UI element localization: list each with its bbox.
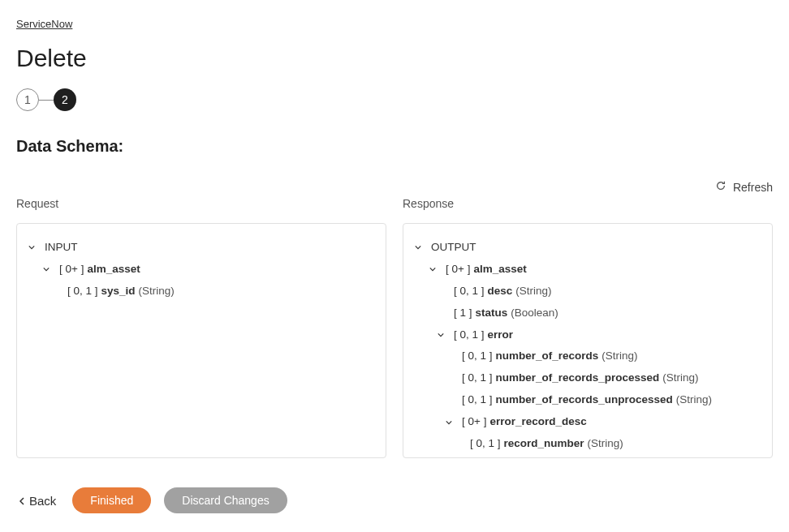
refresh-label: Refresh: [733, 181, 773, 194]
chevron-down-icon[interactable]: [446, 419, 457, 426]
request-label: Request: [16, 197, 386, 210]
step-1[interactable]: 1: [16, 88, 39, 111]
tree-field-name: number_of_records_unprocessed: [496, 393, 673, 408]
stepper: 1 2: [16, 88, 773, 111]
tree-cardinality: [ 0+ ]: [446, 262, 470, 277]
tree-field-type: (String): [515, 284, 551, 299]
finished-button[interactable]: Finished: [72, 487, 151, 513]
chevron-down-icon[interactable]: [43, 266, 54, 272]
response-panel: OUTPUT [ 0+ ] alm_asset [ 0, 1 ] desc (S…: [403, 223, 773, 458]
tree-field-type: (String): [676, 393, 712, 408]
tree-field-name: error_record_desc: [489, 414, 586, 430]
tree-row-desc[interactable]: [ 0, 1 ] desc (String): [415, 281, 761, 302]
tree-field-name: record_number: [504, 436, 584, 452]
section-heading: Data Schema:: [16, 137, 773, 156]
tree-cardinality: [ 0, 1 ]: [462, 371, 493, 386]
tree-field-type: (String): [601, 349, 637, 364]
tree-field-name: number_of_records_processed: [496, 371, 660, 386]
tree-field-name: alm_asset: [87, 262, 140, 277]
discard-changes-button[interactable]: Discard Changes: [164, 487, 287, 513]
chevron-left-icon: [19, 494, 24, 508]
request-panel: INPUT [ 0+ ] alm_asset [ 0, 1 ] sys_id (…: [16, 223, 386, 458]
tree-cardinality: [ 0, 1 ]: [454, 328, 485, 343]
tree-row-error-record-desc[interactable]: [ 0+ ] error_record_desc: [415, 411, 761, 433]
tree-field-type: (String): [662, 371, 698, 386]
tree-row-input[interactable]: INPUT: [28, 237, 374, 259]
tree-cardinality: [ 1 ]: [454, 306, 472, 321]
tree-row-alm-asset[interactable]: [ 0+ ] alm_asset: [28, 259, 374, 281]
breadcrumb[interactable]: ServiceNow: [16, 18, 72, 30]
chevron-down-icon[interactable]: [28, 244, 40, 251]
refresh-button[interactable]: Refresh: [715, 180, 773, 194]
refresh-icon: [715, 180, 726, 194]
footer: Back Finished Discard Changes: [16, 487, 773, 513]
tree-node-label: INPUT: [45, 240, 78, 255]
tree-row-error-record[interactable]: [ 0, 1 ] error_record (String): [415, 455, 761, 458]
tree-field-type: (Boolean): [511, 306, 558, 321]
tree-row-alm-asset[interactable]: [ 0+ ] alm_asset: [415, 259, 761, 281]
tree-cardinality: [ 0, 1 ]: [462, 393, 493, 408]
page-title: Delete: [16, 45, 773, 72]
step-2[interactable]: 2: [54, 88, 76, 111]
tree-cardinality: [ 0, 1 ]: [454, 284, 485, 299]
back-label: Back: [29, 494, 56, 508]
tree-row-num-records-processed[interactable]: [ 0, 1 ] number_of_records_processed (St…: [415, 367, 761, 389]
tree-field-name: error: [488, 328, 514, 343]
tree-field-name: desc: [488, 284, 513, 299]
tree-field-type: (String): [139, 284, 175, 299]
tree-field-type: (String): [588, 436, 623, 452]
tree-cardinality: [ 0, 1 ]: [67, 284, 98, 299]
response-column: Response OUTPUT [ 0+ ] alm_asset [ 0, 1 …: [403, 197, 773, 458]
tree-field-name: alm_asset: [473, 262, 526, 277]
chevron-down-icon[interactable]: [415, 244, 426, 251]
tree-row-num-records[interactable]: [ 0, 1 ] number_of_records (String): [415, 345, 761, 367]
tree-row-sys-id[interactable]: [ 0, 1 ] sys_id (String): [28, 281, 374, 302]
tree-node-label: OUTPUT: [431, 240, 476, 255]
tree-cardinality: [ 0+ ]: [59, 262, 84, 277]
chevron-down-icon[interactable]: [438, 332, 449, 338]
chevron-down-icon[interactable]: [429, 266, 441, 272]
response-label: Response: [403, 197, 773, 210]
tree-cardinality: [ 0+ ]: [462, 414, 486, 430]
back-button[interactable]: Back: [16, 489, 59, 513]
step-connector: [39, 100, 54, 101]
tree-row-record-number[interactable]: [ 0, 1 ] record_number (String): [415, 433, 761, 455]
tree-row-output[interactable]: OUTPUT: [415, 237, 761, 259]
tree-cardinality: [ 0, 1 ]: [462, 349, 493, 364]
tree-field-name: status: [476, 306, 508, 321]
tree-field-name: number_of_records: [496, 349, 599, 364]
tree-field-name: sys_id: [101, 284, 136, 299]
tree-row-status[interactable]: [ 1 ] status (Boolean): [415, 302, 761, 324]
tree-row-num-records-unprocessed[interactable]: [ 0, 1 ] number_of_records_unprocessed (…: [415, 389, 761, 411]
tree-row-error[interactable]: [ 0, 1 ] error: [415, 324, 761, 346]
request-column: Request INPUT [ 0+ ] alm_asset [ 0, 1 ] …: [16, 197, 386, 458]
tree-cardinality: [ 0, 1 ]: [470, 436, 501, 452]
